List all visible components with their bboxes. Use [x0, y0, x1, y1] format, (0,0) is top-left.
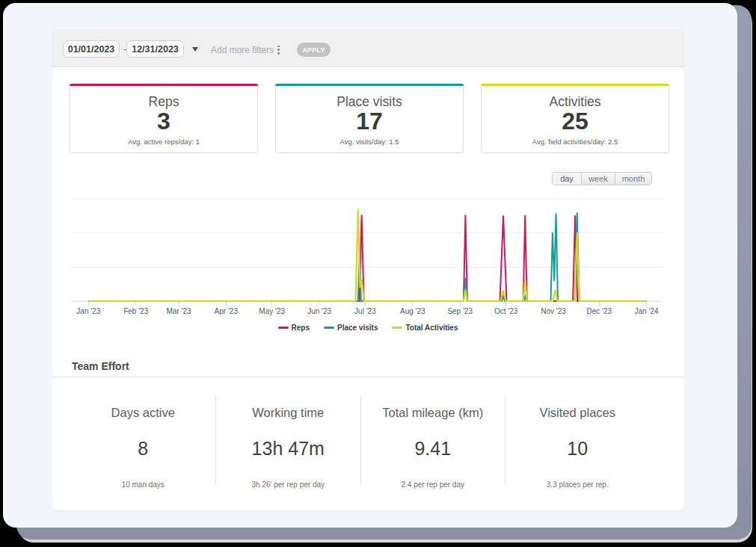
svg-text:Feb '23: Feb '23 — [123, 307, 148, 315]
svg-text:Aug '23: Aug '23 — [400, 307, 425, 315]
svg-text:May '23: May '23 — [259, 307, 285, 315]
svg-text:Dec '23: Dec '23 — [587, 307, 612, 315]
svg-text:Apr '23: Apr '23 — [215, 307, 239, 315]
svg-text:Mar '23: Mar '23 — [166, 307, 191, 315]
svg-text:Oct '23: Oct '23 — [494, 307, 518, 315]
svg-text:Jan '24: Jan '24 — [635, 307, 659, 315]
svg-text:Sep '23: Sep '23 — [447, 307, 473, 315]
svg-text:Jul '23: Jul '23 — [354, 307, 376, 315]
svg-text:Jan '23: Jan '23 — [76, 307, 100, 315]
svg-text:Nov '23: Nov '23 — [541, 307, 566, 315]
svg-text:Jun '23: Jun '23 — [307, 307, 331, 315]
